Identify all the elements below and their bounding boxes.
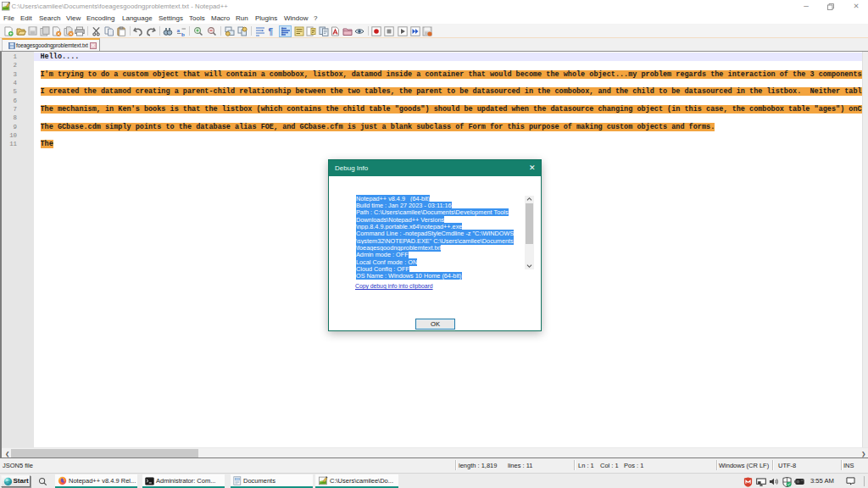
svg-text:b: b [181,31,185,37]
svg-text:¶: ¶ [269,27,274,36]
svg-text:a: a [176,27,180,34]
